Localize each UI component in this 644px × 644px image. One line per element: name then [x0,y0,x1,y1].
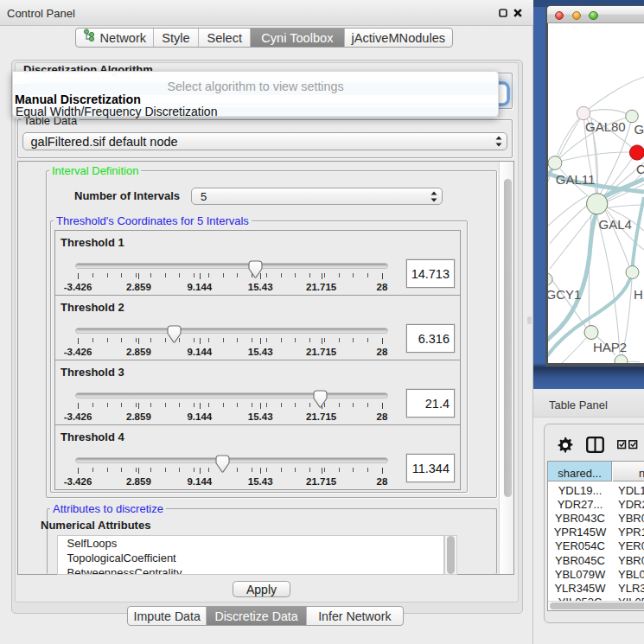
svg-text:H: H [634,287,643,302]
svg-text:GA: GA [634,122,644,137]
svg-text:HAP2: HAP2 [593,340,627,354]
svg-text:C: C [636,162,644,176]
svg-text:GAL4: GAL4 [599,217,632,232]
svg-text:GCY1: GCY1 [548,287,581,302]
svg-text:GAL80: GAL80 [585,119,626,134]
svg-text:GAL11: GAL11 [556,172,596,187]
